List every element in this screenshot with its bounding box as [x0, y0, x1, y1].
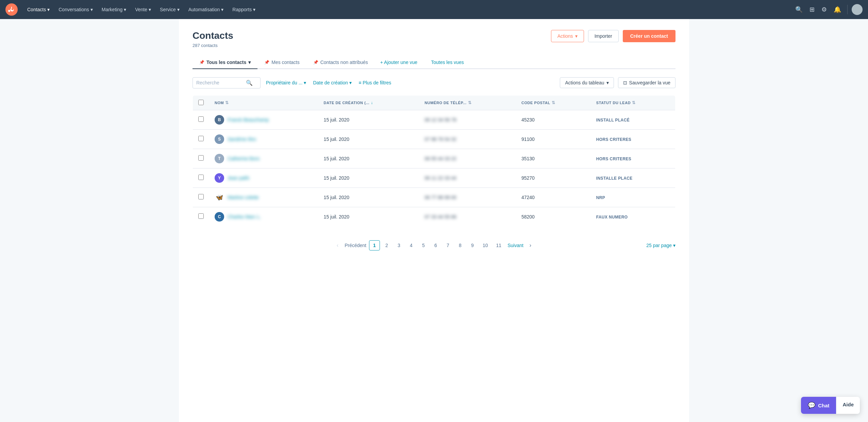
- aide-button[interactable]: Aide: [836, 397, 860, 414]
- col-nom[interactable]: NOM ⇅: [209, 95, 318, 110]
- search-icon[interactable]: 🔍: [793, 4, 805, 15]
- contact-statut-lead: HORS CRITERES: [591, 149, 675, 168]
- row-checkbox[interactable]: [198, 116, 204, 122]
- row-checkbox-cell[interactable]: [193, 110, 210, 129]
- page-title-block: Contacts 287 contacts: [193, 30, 233, 48]
- table-actions-dropdown-icon: ▾: [606, 80, 609, 85]
- plus-filtres-filter[interactable]: ≡ Plus de filtres: [357, 78, 393, 87]
- page-9[interactable]: 9: [467, 241, 478, 250]
- page-1[interactable]: 1: [369, 240, 380, 250]
- avatar: C: [215, 212, 224, 222]
- tab-tous-les-contacts[interactable]: 📌 Tous les contacts ▾: [193, 56, 257, 69]
- nav-links: Contacts ▾ Conversations ▾ Marketing ▾ V…: [23, 4, 793, 15]
- marketplace-icon[interactable]: ⊞: [807, 4, 817, 15]
- select-all-checkbox[interactable]: [198, 100, 204, 105]
- proprietaire-filter[interactable]: Propriétaire du ... ▾: [265, 78, 307, 87]
- col-date-creation[interactable]: DATE DE CRÉATION (... ↓: [318, 95, 419, 110]
- nav-service[interactable]: Service ▾: [156, 4, 184, 15]
- avatar: Y: [215, 173, 224, 183]
- page-4[interactable]: 4: [406, 241, 417, 250]
- user-avatar[interactable]: [852, 4, 863, 15]
- search-box[interactable]: 🔍: [193, 77, 261, 88]
- col-telephone[interactable]: NUMÉRO DE TÉLÉP... ⇅: [419, 95, 516, 110]
- table-header: NOM ⇅ DATE DE CRÉATION (... ↓ NUMÉRO DE …: [193, 95, 675, 110]
- row-checkbox-cell[interactable]: [193, 149, 210, 168]
- contact-name-cell[interactable]: C Charles Marc L.: [209, 207, 318, 226]
- contact-name-cell[interactable]: B Franck Beauchamp: [209, 110, 318, 129]
- row-checkbox-cell[interactable]: [193, 207, 210, 226]
- add-view-tab[interactable]: + Ajouter une vue: [375, 56, 423, 68]
- row-checkbox-cell[interactable]: [193, 188, 210, 207]
- contact-date: 15 juil. 2020: [318, 207, 419, 226]
- contact-code-postal: 91100: [516, 129, 591, 149]
- col-code-postal[interactable]: CODE POSTAL ⇅: [516, 95, 591, 110]
- contact-name-link[interactable]: Catherine Boro: [228, 156, 260, 161]
- nav-rapports[interactable]: Rapports ▾: [228, 4, 260, 15]
- tab-contacts-non-attribues[interactable]: 📌 Contacts non attribués: [306, 56, 375, 69]
- save-view-button[interactable]: ⊡ Sauvegarder la vue: [618, 77, 675, 88]
- table-row[interactable]: Y Jean palhi 15 juil. 202006 11 22 33 44…: [193, 168, 675, 188]
- contact-name-cell[interactable]: T Catherine Boro: [209, 149, 318, 168]
- table-actions-button[interactable]: Actions du tableau ▾: [560, 77, 614, 88]
- all-views-tab[interactable]: Toutes les vues: [425, 56, 469, 68]
- page-10[interactable]: 10: [479, 241, 491, 250]
- hubspot-logo[interactable]: [5, 3, 18, 16]
- row-checkbox[interactable]: [198, 213, 204, 219]
- creer-contact-button[interactable]: Créer un contact: [623, 30, 675, 42]
- contact-name-link[interactable]: Franck Beauchamp: [228, 117, 269, 123]
- page-3[interactable]: 3: [394, 241, 404, 250]
- notifications-icon[interactable]: 🔔: [832, 4, 843, 15]
- contact-name-cell[interactable]: 🦋 Martine colette: [209, 188, 318, 207]
- table-row[interactable]: C Charles Marc L. 15 juil. 202007 33 44 …: [193, 207, 675, 226]
- row-checkbox[interactable]: [198, 136, 204, 141]
- page-2[interactable]: 2: [381, 241, 392, 250]
- row-checkbox[interactable]: [198, 194, 204, 199]
- table-row[interactable]: T Catherine Boro 15 juil. 202006 55 44 3…: [193, 149, 675, 168]
- prev-label[interactable]: Précédent: [343, 241, 368, 250]
- contact-name-cell[interactable]: Y Jean palhi: [209, 168, 318, 188]
- date-creation-filter[interactable]: Date de création ▾: [312, 78, 353, 87]
- next-arrow[interactable]: ›: [526, 240, 535, 250]
- contact-name-link[interactable]: Sandrine Ilinc: [228, 136, 256, 142]
- page-7[interactable]: 7: [443, 241, 453, 250]
- contact-count: 287 contacts: [193, 43, 233, 48]
- contact-statut-lead: FAUX NUMERO: [591, 207, 675, 226]
- nav-conversations[interactable]: Conversations ▾: [54, 4, 97, 15]
- col-statut-lead[interactable]: STATUT DU LEAD ⇅: [591, 95, 675, 110]
- nav-marketing[interactable]: Marketing ▾: [98, 4, 130, 15]
- nom-sort-icon: ⇅: [225, 100, 229, 105]
- row-checkbox-cell[interactable]: [193, 168, 210, 188]
- page-5[interactable]: 5: [418, 241, 429, 250]
- next-link[interactable]: Suivant: [506, 241, 525, 250]
- contact-name-link[interactable]: Jean palhi: [228, 175, 249, 181]
- tab-mes-contacts[interactable]: 📌 Mes contacts: [257, 56, 306, 69]
- nav-contacts[interactable]: Contacts ▾: [23, 4, 54, 15]
- nav-vente[interactable]: Vente ▾: [131, 4, 155, 15]
- page-8[interactable]: 8: [455, 241, 466, 250]
- per-page-selector[interactable]: 25 par page ▾: [646, 243, 675, 248]
- avatar: T: [215, 154, 224, 163]
- contact-statut-lead: INSTALLE PLACE: [591, 168, 675, 188]
- table-row[interactable]: B Franck Beauchamp 15 juil. 202006 12 34…: [193, 110, 675, 129]
- nav-automatisation[interactable]: Automatisation ▾: [184, 4, 228, 15]
- settings-icon[interactable]: ⚙: [819, 4, 829, 15]
- table-row[interactable]: 🦋 Martine colette 15 juil. 202006 77 88 …: [193, 188, 675, 207]
- date-sort-icon: ↓: [371, 100, 373, 105]
- chat-button[interactable]: 💬 Chat: [801, 397, 836, 414]
- row-checkbox-cell[interactable]: [193, 129, 210, 149]
- page-11[interactable]: 11: [493, 241, 505, 250]
- select-all-header[interactable]: [193, 95, 210, 110]
- page-6[interactable]: 6: [430, 241, 441, 250]
- actions-button[interactable]: Actions ▾: [551, 30, 584, 42]
- table-row[interactable]: S Sandrine Ilinc 15 juil. 202007 98 76 5…: [193, 129, 675, 149]
- contact-name-link[interactable]: Martine colette: [228, 195, 259, 200]
- per-page-dropdown-icon: ▾: [673, 243, 675, 248]
- contact-name-cell[interactable]: S Sandrine Ilinc: [209, 129, 318, 149]
- row-checkbox[interactable]: [198, 155, 204, 161]
- page-title: Contacts: [193, 30, 233, 42]
- avatar: S: [215, 134, 224, 144]
- importer-button[interactable]: Importer: [588, 30, 619, 42]
- row-checkbox[interactable]: [198, 175, 204, 180]
- search-input[interactable]: [196, 80, 244, 85]
- contact-name-link[interactable]: Charles Marc L.: [228, 214, 261, 220]
